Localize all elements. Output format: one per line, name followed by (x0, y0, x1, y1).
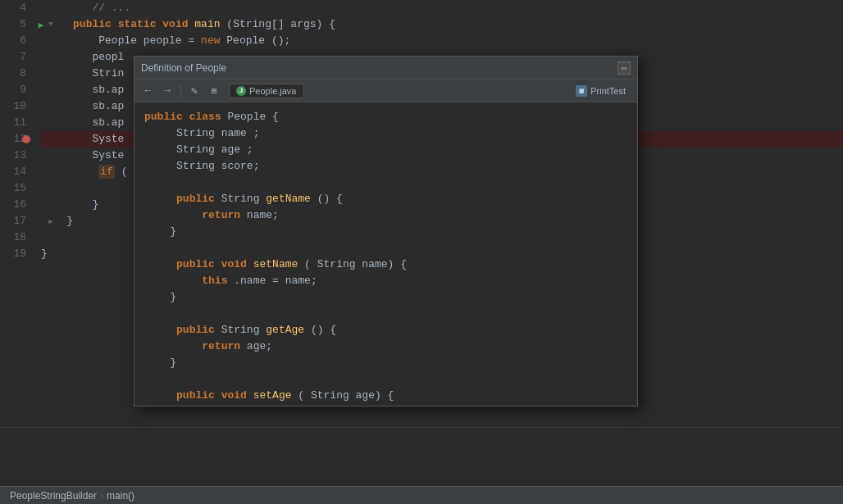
bottom-area (0, 427, 843, 486)
toolbar-separator (180, 84, 181, 98)
popup-title: Definition of People (141, 62, 226, 74)
popup-code-line-2: String name ; (144, 125, 627, 142)
forward-button[interactable]: → (159, 83, 175, 99)
popup-code-line-6: public String getName () { (144, 191, 627, 207)
popup-code-line-16: } (144, 355, 627, 371)
popup-code-line-17 (144, 371, 627, 388)
popup-code-line-13 (144, 306, 627, 322)
print-test-tab-label: PrintTest (590, 86, 626, 96)
popup-titlebar: Definition of People ▭ (134, 57, 637, 79)
popup-code-line-7: return name; (144, 207, 627, 224)
popup-close-button[interactable]: ▭ (617, 61, 631, 75)
code-line-5: public static void main (String[] args) … (41, 16, 843, 33)
view-button[interactable]: ⊞ (206, 83, 222, 99)
popup-code-line-15: return age; (144, 338, 627, 355)
people-java-tab-label: People.java (249, 86, 297, 96)
popup-code-line-9 (144, 240, 627, 257)
popup-code-line-12: } (144, 289, 627, 306)
popup-code-line-4: String score; (144, 158, 627, 175)
breadcrumb: PeopleStringBuilder › main() (10, 490, 134, 502)
popup-code-line-18: public void setAge ( String age) { (144, 388, 627, 404)
code-line-6: People people = new People (); (41, 33, 843, 49)
popup-code-line-5 (144, 175, 627, 191)
breadcrumb-method: main() (107, 490, 134, 502)
status-bar: PeopleStringBuilder › main() (0, 486, 843, 504)
print-test-tab[interactable]: ▦ PrintTest (569, 84, 632, 98)
popup-code-line-3: String age ; (144, 142, 627, 158)
popup-code-line-14: public String getAge () { (144, 322, 627, 338)
popup-code-line-1: public class People { (144, 109, 627, 125)
popup-toolbar: ← → ✎ ⊞ J People.java ▦ PrintTest (134, 79, 637, 102)
popup-code-area[interactable]: public class People { String name ; Stri… (134, 102, 637, 406)
line-numbers: 4 5 6 7 8 9 10 11 12 13 14 15 16 17 18 1… (0, 0, 33, 426)
back-button[interactable]: ← (139, 83, 156, 99)
popup-code-line-10: public void setName ( String name) { (144, 257, 627, 273)
people-java-tab[interactable]: J People.java (229, 84, 304, 98)
java-file-icon: J (236, 86, 246, 96)
breadcrumb-separator: › (100, 490, 103, 502)
edit-button[interactable]: ✎ (186, 83, 203, 99)
code-line-4: // ... (41, 0, 843, 16)
breakpoint-dot[interactable] (21, 131, 31, 148)
breadcrumb-class: PeopleStringBuilder (10, 490, 97, 502)
definition-popup: Definition of People ▭ ← → ✎ ⊞ J People.… (134, 56, 638, 406)
popup-code-line-8: } (144, 224, 627, 240)
print-test-icon: ▦ (576, 85, 587, 97)
popup-code-line-11: this .name = name; (144, 273, 627, 289)
